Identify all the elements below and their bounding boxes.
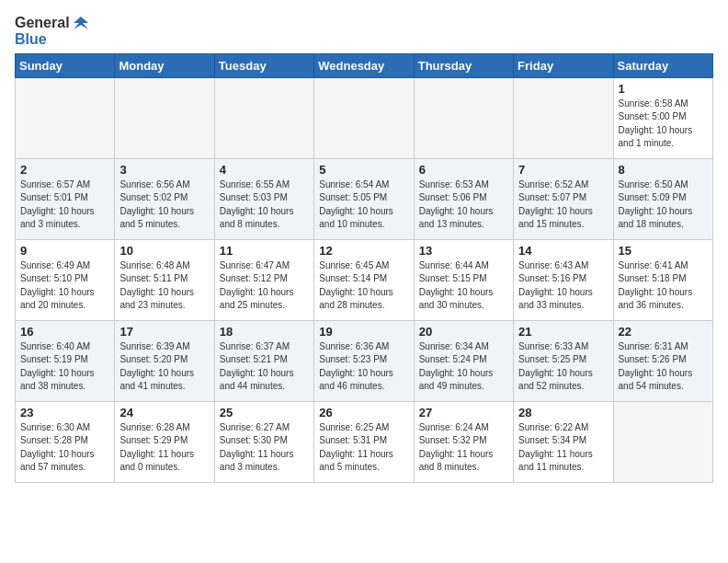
day-number: 10 [119,244,209,258]
header-row: SundayMondayTuesdayWednesdayThursdayFrid… [16,53,713,77]
day-cell: 21Sunrise: 6:33 AM Sunset: 5:25 PM Dayli… [514,320,613,401]
logo-text: General Blue [15,15,90,48]
logo: General Blue [15,15,90,48]
day-cell [314,77,414,158]
logo-bird-icon [72,15,90,31]
day-cell: 6Sunrise: 6:53 AM Sunset: 5:06 PM Daylig… [414,158,513,239]
header: General Blue [15,15,713,48]
day-cell [115,77,214,158]
col-header-wednesday: Wednesday [314,53,414,77]
day-cell: 18Sunrise: 6:37 AM Sunset: 5:21 PM Dayli… [214,320,313,401]
day-cell: 22Sunrise: 6:31 AM Sunset: 5:26 PM Dayli… [613,320,712,401]
day-info: Sunrise: 6:52 AM Sunset: 5:07 PM Dayligh… [518,178,608,232]
day-info: Sunrise: 6:31 AM Sunset: 5:26 PM Dayligh… [619,340,708,394]
day-number: 9 [20,244,109,258]
day-info: Sunrise: 6:24 AM Sunset: 5:32 PM Dayligh… [419,421,508,475]
day-number: 4 [220,163,309,177]
day-cell: 15Sunrise: 6:41 AM Sunset: 5:18 PM Dayli… [613,239,712,320]
day-info: Sunrise: 6:27 AM Sunset: 5:30 PM Dayligh… [220,421,309,475]
day-info: Sunrise: 6:39 AM Sunset: 5:20 PM Dayligh… [119,340,209,394]
day-info: Sunrise: 6:33 AM Sunset: 5:25 PM Dayligh… [518,340,608,394]
day-cell: 2Sunrise: 6:57 AM Sunset: 5:01 PM Daylig… [16,158,115,239]
week-row-1: 1Sunrise: 6:58 AM Sunset: 5:00 PM Daylig… [16,77,713,158]
day-cell: 25Sunrise: 6:27 AM Sunset: 5:30 PM Dayli… [214,401,313,482]
day-number: 1 [619,82,708,96]
day-number: 26 [319,406,408,419]
day-cell: 28Sunrise: 6:22 AM Sunset: 5:34 PM Dayli… [514,401,613,482]
col-header-saturday: Saturday [613,53,712,77]
day-number: 7 [518,163,608,177]
day-number: 6 [419,163,508,177]
day-info: Sunrise: 6:55 AM Sunset: 5:03 PM Dayligh… [220,178,309,232]
day-info: Sunrise: 6:30 AM Sunset: 5:28 PM Dayligh… [20,421,109,475]
day-info: Sunrise: 6:36 AM Sunset: 5:23 PM Dayligh… [319,340,408,394]
page: General Blue SundayMondayTuesdayWednesda… [0,0,728,490]
day-info: Sunrise: 6:40 AM Sunset: 5:19 PM Dayligh… [20,340,109,394]
day-cell: 3Sunrise: 6:56 AM Sunset: 5:02 PM Daylig… [115,158,214,239]
day-cell: 26Sunrise: 6:25 AM Sunset: 5:31 PM Dayli… [314,401,414,482]
day-info: Sunrise: 6:34 AM Sunset: 5:24 PM Dayligh… [419,340,508,394]
day-number: 3 [119,163,209,177]
day-number: 13 [419,244,508,258]
day-cell: 1Sunrise: 6:58 AM Sunset: 5:00 PM Daylig… [613,77,712,158]
col-header-thursday: Thursday [414,53,513,77]
day-info: Sunrise: 6:47 AM Sunset: 5:12 PM Dayligh… [220,259,309,313]
day-info: Sunrise: 6:41 AM Sunset: 5:18 PM Dayligh… [619,259,708,313]
day-cell: 23Sunrise: 6:30 AM Sunset: 5:28 PM Dayli… [16,401,115,482]
day-number: 27 [419,406,508,419]
day-cell [514,77,613,158]
day-number: 11 [220,244,309,258]
day-number: 23 [20,406,109,419]
week-row-2: 2Sunrise: 6:57 AM Sunset: 5:01 PM Daylig… [16,158,713,239]
day-info: Sunrise: 6:49 AM Sunset: 5:10 PM Dayligh… [20,259,109,313]
day-cell: 8Sunrise: 6:50 AM Sunset: 5:09 PM Daylig… [613,158,712,239]
day-cell [16,77,115,158]
day-info: Sunrise: 6:53 AM Sunset: 5:06 PM Dayligh… [419,178,508,232]
day-info: Sunrise: 6:37 AM Sunset: 5:21 PM Dayligh… [220,340,309,394]
day-number: 22 [619,325,708,339]
logo-blue: Blue [15,31,47,48]
day-info: Sunrise: 6:57 AM Sunset: 5:01 PM Dayligh… [20,178,109,232]
day-number: 14 [518,244,608,258]
day-number: 28 [518,406,608,419]
day-cell: 19Sunrise: 6:36 AM Sunset: 5:23 PM Dayli… [314,320,414,401]
day-number: 24 [119,406,209,419]
logo-general: General [15,15,70,31]
day-info: Sunrise: 6:22 AM Sunset: 5:34 PM Dayligh… [518,421,608,475]
col-header-sunday: Sunday [16,53,115,77]
day-info: Sunrise: 6:50 AM Sunset: 5:09 PM Dayligh… [619,178,708,232]
day-info: Sunrise: 6:44 AM Sunset: 5:15 PM Dayligh… [419,259,508,313]
day-cell: 17Sunrise: 6:39 AM Sunset: 5:20 PM Dayli… [115,320,214,401]
day-cell: 27Sunrise: 6:24 AM Sunset: 5:32 PM Dayli… [414,401,513,482]
day-cell: 14Sunrise: 6:43 AM Sunset: 5:16 PM Dayli… [514,239,613,320]
day-cell: 11Sunrise: 6:47 AM Sunset: 5:12 PM Dayli… [214,239,313,320]
week-row-5: 23Sunrise: 6:30 AM Sunset: 5:28 PM Dayli… [16,401,713,482]
day-cell [613,401,712,482]
day-number: 25 [220,406,309,419]
day-info: Sunrise: 6:54 AM Sunset: 5:05 PM Dayligh… [319,178,408,232]
day-number: 5 [319,163,408,177]
day-cell: 13Sunrise: 6:44 AM Sunset: 5:15 PM Dayli… [414,239,513,320]
day-info: Sunrise: 6:25 AM Sunset: 5:31 PM Dayligh… [319,421,408,475]
day-cell: 16Sunrise: 6:40 AM Sunset: 5:19 PM Dayli… [16,320,115,401]
day-info: Sunrise: 6:56 AM Sunset: 5:02 PM Dayligh… [119,178,209,232]
day-number: 8 [619,163,708,177]
day-number: 15 [619,244,708,258]
col-header-friday: Friday [514,53,613,77]
day-number: 16 [20,325,109,339]
day-number: 12 [319,244,408,258]
day-info: Sunrise: 6:48 AM Sunset: 5:11 PM Dayligh… [119,259,209,313]
col-header-tuesday: Tuesday [214,53,313,77]
day-number: 18 [220,325,309,339]
day-number: 17 [119,325,209,339]
day-cell: 12Sunrise: 6:45 AM Sunset: 5:14 PM Dayli… [314,239,414,320]
day-number: 20 [419,325,508,339]
day-cell [414,77,513,158]
day-info: Sunrise: 6:45 AM Sunset: 5:14 PM Dayligh… [319,259,408,313]
day-cell: 20Sunrise: 6:34 AM Sunset: 5:24 PM Dayli… [414,320,513,401]
day-info: Sunrise: 6:58 AM Sunset: 5:00 PM Dayligh… [619,98,708,151]
day-info: Sunrise: 6:28 AM Sunset: 5:29 PM Dayligh… [119,421,209,475]
day-cell: 9Sunrise: 6:49 AM Sunset: 5:10 PM Daylig… [16,239,115,320]
day-cell [214,77,313,158]
week-row-3: 9Sunrise: 6:49 AM Sunset: 5:10 PM Daylig… [16,239,713,320]
